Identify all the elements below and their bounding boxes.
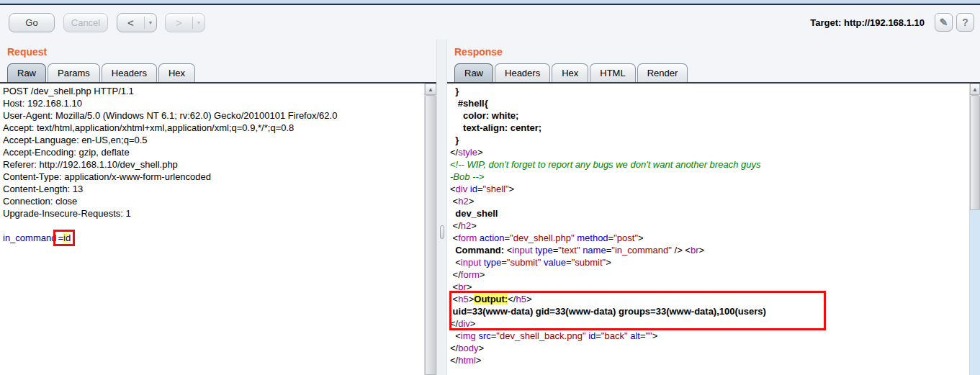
- tab-hex[interactable]: Hex: [552, 63, 588, 82]
- code-line: <h2>: [450, 195, 969, 207]
- request-param-name: in_command: [3, 232, 56, 243]
- code-line: Accept-Language: en-US,en;q=0.5: [3, 134, 424, 146]
- forward-arrow-icon: >: [166, 17, 192, 29]
- code-line: Content-Length: 13: [3, 183, 424, 195]
- response-raw-view[interactable]: } #shell{ color: white; text-align: cent…: [447, 83, 969, 375]
- code-line: </h2>: [450, 220, 969, 232]
- tab-render[interactable]: Render: [637, 63, 688, 82]
- code-line: color: white;: [450, 109, 969, 122]
- code-line: <div id="shell">: [450, 183, 969, 195]
- help-button[interactable]: ?: [956, 13, 974, 32]
- cancel-button[interactable]: Cancel: [63, 13, 108, 32]
- request-param-value-highlight: id: [63, 232, 71, 243]
- scrollbar-thumb[interactable]: [425, 95, 436, 375]
- response-panel-title: Response: [454, 46, 980, 58]
- chevron-down-icon[interactable]: ▼: [145, 20, 156, 25]
- request-raw-view[interactable]: POST /dev_shell.php HTTP/1.1Host: 192.16…: [0, 83, 424, 375]
- panel-splitter[interactable]: [436, 40, 447, 375]
- code-line: text-align: center;: [450, 122, 969, 134]
- code-line: Accept: text/html,application/xhtml+xml,…: [3, 122, 424, 134]
- edit-target-button[interactable]: ✎: [935, 13, 953, 32]
- scroll-up-icon[interactable]: ▲: [425, 83, 436, 95]
- code-line: </html>: [450, 354, 969, 366]
- tab-html[interactable]: HTML: [590, 63, 635, 82]
- request-body-line: in_command=id: [3, 232, 424, 244]
- code-line: </body>: [450, 342, 969, 354]
- code-line: uid=33(www-data) gid=33(www-data) groups…: [450, 305, 969, 317]
- request-panel-title: Request: [7, 46, 436, 58]
- code-line: Upgrade-Insecure-Requests: 1: [3, 207, 424, 220]
- response-tab-row: RawHeadersHexHTMLRender: [454, 63, 980, 82]
- response-panel: Response RawHeadersHexHTMLRender } #shel…: [447, 40, 980, 375]
- go-button[interactable]: Go: [9, 13, 55, 32]
- request-panel: Request RawParamsHeadersHex POST /dev_sh…: [0, 40, 436, 375]
- code-line: Host: 192.168.1.10: [3, 97, 424, 109]
- code-line: </style>: [450, 146, 969, 158]
- response-editor[interactable]: } #shell{ color: white; text-align: cent…: [447, 82, 980, 375]
- code-line: <input type="submit" value="submit">: [450, 256, 969, 268]
- burp-repeater-window: { "accent_color": "#ef6230", "toolbar": …: [0, 0, 980, 375]
- tab-hex[interactable]: Hex: [158, 63, 195, 82]
- request-tab-row: RawParamsHeadersHex: [7, 63, 436, 82]
- tab-headers[interactable]: Headers: [102, 63, 157, 82]
- code-line: Connection: close: [3, 195, 424, 207]
- code-line: POST /dev_shell.php HTTP/1.1: [3, 85, 424, 97]
- history-back-button[interactable]: < ▼: [117, 13, 157, 32]
- pencil-icon: ✎: [940, 17, 948, 28]
- request-scrollbar[interactable]: ▲: [424, 83, 436, 375]
- question-mark-icon: ?: [962, 17, 968, 28]
- code-line: <br>: [450, 281, 969, 293]
- code-line: </form>: [450, 268, 969, 281]
- request-param-annotation-box: =id: [56, 232, 72, 243]
- code-line: <!-- WIP, don't forget to report any bug…: [450, 158, 969, 171]
- code-line: <h5>Output:</h5>: [450, 293, 969, 305]
- code-line: -Bob -->: [450, 171, 969, 183]
- response-scrollbar[interactable]: ▲: [969, 83, 980, 375]
- target-url-label: Target: http://192.168.1.10: [810, 17, 925, 28]
- tab-params[interactable]: Params: [48, 63, 100, 82]
- code-line: Content-Type: application/x-www-form-url…: [3, 171, 424, 183]
- tab-raw[interactable]: Raw: [7, 63, 46, 82]
- back-arrow-icon: <: [117, 17, 144, 29]
- tab-headers[interactable]: Headers: [495, 63, 550, 82]
- code-line: User-Agent: Mozilla/5.0 (Windows NT 6.1;…: [3, 109, 424, 122]
- code-line: <img src="dev_shell_back.png" id="back" …: [450, 330, 969, 342]
- splitter-grip-icon[interactable]: [440, 225, 444, 239]
- tab-raw[interactable]: Raw: [454, 63, 493, 82]
- scroll-up-icon[interactable]: ▲: [970, 83, 980, 95]
- code-line: Referer: http://192.168.1.10/dev_shell.p…: [3, 158, 424, 171]
- code-line: dev_shell: [450, 207, 969, 220]
- request-editor[interactable]: POST /dev_shell.php HTTP/1.1Host: 192.16…: [0, 82, 436, 375]
- chevron-down-icon[interactable]: ▼: [193, 20, 204, 25]
- code-line: }: [450, 85, 969, 97]
- code-line: <form action="dev_shell.php" method="pos…: [450, 232, 969, 244]
- history-forward-button[interactable]: > ▼: [165, 13, 205, 32]
- scrollbar-thumb[interactable]: [970, 95, 980, 210]
- code-line: [3, 220, 424, 232]
- repeater-toolbar: Go Cancel < ▼ > ▼ Target: http://192.168…: [0, 5, 980, 40]
- scrollbar-track[interactable]: [970, 210, 980, 375]
- code-line: }: [450, 134, 969, 146]
- code-line: #shell{: [450, 97, 969, 109]
- code-line: </div>: [450, 317, 969, 330]
- repeater-main-area: Request RawParamsHeadersHex POST /dev_sh…: [0, 40, 980, 375]
- code-line: Command: <input type="text" name="in_com…: [450, 244, 969, 256]
- code-line: Accept-Encoding: gzip, deflate: [3, 146, 424, 158]
